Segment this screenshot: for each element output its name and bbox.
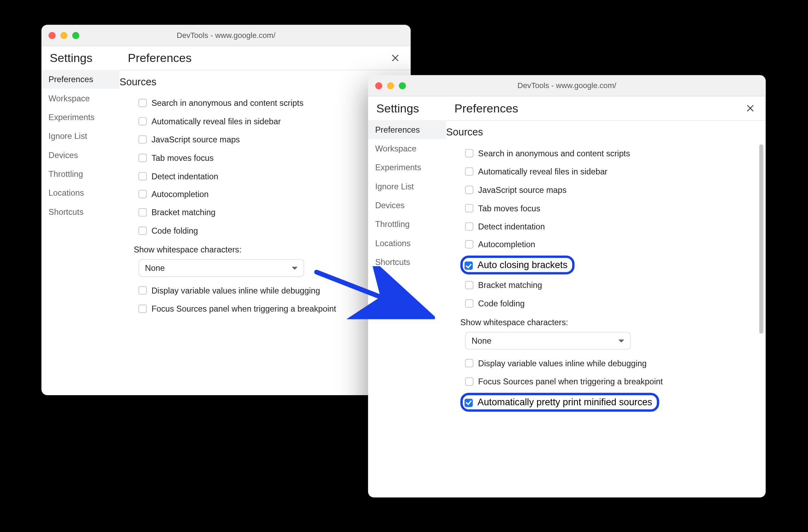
setting-row: Detect indentation (446, 217, 758, 235)
option-label: JavaScript source maps (152, 134, 240, 145)
setting-row: Search in anonymous and content scripts (119, 94, 402, 112)
highlighted-setting: Automatically pretty print minified sour… (460, 393, 659, 412)
option-label: Tab moves focus (478, 203, 541, 214)
sidebar-item-throttling[interactable]: Throttling (41, 164, 119, 183)
whitespace-select[interactable]: None (465, 332, 631, 350)
setting-row: Autocompletion (119, 186, 402, 204)
window-title: DevTools - www.google.com/ (41, 31, 411, 39)
sidebar-item-throttling[interactable]: Throttling (368, 215, 446, 234)
setting-row: Automatically reveal files in sidebar (119, 112, 402, 131)
option-label: Display variable values inline while deb… (478, 358, 647, 369)
option-label: Tab moves focus (152, 152, 214, 164)
close-settings-button[interactable] (388, 51, 403, 65)
close-icon (746, 103, 755, 113)
checkbox[interactable] (139, 99, 147, 107)
checkbox[interactable] (465, 281, 473, 290)
highlighted-setting: Auto closing brackets (460, 256, 575, 275)
checkbox[interactable] (139, 154, 147, 162)
page-title: Preferences (128, 51, 388, 65)
option-label: Automatically reveal files in sidebar (478, 166, 607, 177)
option-label: Display variable values inline while deb… (152, 285, 320, 296)
scrollbar[interactable] (759, 144, 763, 334)
checkbox[interactable] (465, 149, 473, 157)
option-label: Focus Sources panel when triggering a br… (478, 376, 663, 388)
setting-row: Autocompletion (446, 236, 758, 254)
sidebar-item-experiments[interactable]: Experiments (368, 158, 446, 177)
settings-sidebar: PreferencesWorkspaceExperimentsIgnore Li… (41, 70, 119, 395)
sidebar-item-workspace[interactable]: Workspace (41, 89, 119, 108)
checkbox[interactable] (465, 222, 473, 230)
setting-row: Focus Sources panel when triggering a br… (446, 373, 758, 391)
chevron-down-icon (618, 339, 624, 342)
devtools-window-before: DevTools - www.google.com/ Settings Pref… (41, 25, 411, 395)
sidebar-item-experiments[interactable]: Experiments (41, 108, 119, 126)
checkbox[interactable] (139, 287, 147, 295)
setting-row: JavaScript source maps (446, 181, 758, 199)
whitespace-value: None (145, 263, 165, 273)
checkbox[interactable] (139, 190, 147, 198)
setting-row: Tab moves focus (446, 199, 758, 217)
checkbox[interactable] (465, 299, 473, 308)
preferences-content: Sources Search in anonymous and content … (119, 70, 411, 395)
option-label: Bracket matching (478, 280, 542, 291)
option-label: Search in anonymous and content scripts (478, 148, 630, 159)
window-title: DevTools - www.google.com/ (368, 81, 766, 90)
checkbox[interactable] (465, 204, 473, 212)
option-label: Automatically pretty print minified sour… (477, 397, 652, 408)
sidebar-item-preferences[interactable]: Preferences (41, 70, 119, 88)
close-settings-button[interactable] (743, 101, 758, 116)
checkbox[interactable] (139, 117, 147, 125)
annotation-arrow (311, 266, 435, 331)
option-label: Focus Sources panel when triggering a br… (152, 304, 336, 315)
checkbox[interactable] (139, 227, 147, 235)
checkbox[interactable] (465, 167, 473, 176)
titlebar[interactable]: DevTools - www.google.com/ (368, 75, 766, 96)
sidebar-item-preferences[interactable]: Preferences (368, 120, 446, 139)
svg-line-0 (317, 272, 420, 313)
checkbox[interactable] (465, 359, 473, 368)
checkbox[interactable] (139, 172, 147, 180)
option-label: Automatically reveal files in sidebar (152, 116, 281, 127)
checkbox[interactable] (465, 377, 473, 386)
section-title: Sources (119, 76, 402, 88)
checkbox[interactable] (139, 135, 147, 144)
option-label: JavaScript source maps (478, 185, 567, 196)
sidebar-item-devices[interactable]: Devices (41, 146, 119, 164)
checkbox[interactable] (465, 241, 473, 249)
titlebar[interactable]: DevTools - www.google.com/ (41, 25, 411, 46)
sidebar-item-devices[interactable]: Devices (368, 196, 446, 214)
setting-row: Automatically reveal files in sidebar (446, 163, 758, 181)
sidebar-item-locations[interactable]: Locations (368, 234, 446, 252)
option-label: Autocompletion (152, 189, 209, 200)
sidebar-item-locations[interactable]: Locations (41, 183, 119, 202)
option-label: Auto closing brackets (477, 260, 567, 271)
checkbox[interactable] (139, 305, 147, 313)
whitespace-value: None (472, 336, 491, 345)
checkbox[interactable] (465, 399, 473, 407)
close-icon (390, 53, 400, 63)
whitespace-select[interactable]: None (139, 259, 304, 277)
settings-title: Settings (376, 101, 454, 115)
sidebar-item-ignore-list[interactable]: Ignore List (41, 127, 119, 146)
option-label: Bracket matching (152, 207, 216, 218)
checkbox[interactable] (465, 262, 473, 270)
setting-row: Code folding (119, 222, 402, 240)
sidebar-item-shortcuts[interactable]: Shortcuts (41, 202, 119, 221)
setting-row: Code folding (446, 295, 758, 313)
sidebar-item-ignore-list[interactable]: Ignore List (368, 177, 446, 196)
setting-row: JavaScript source maps (119, 131, 402, 149)
setting-row: Tab moves focus (119, 149, 402, 167)
option-label: Detect indentation (478, 221, 545, 232)
section-title: Sources (446, 127, 758, 139)
setting-row: Search in anonymous and content scripts (446, 144, 758, 163)
sidebar-item-workspace[interactable]: Workspace (368, 139, 446, 158)
checkbox[interactable] (465, 186, 473, 194)
option-label: Autocompletion (478, 239, 535, 250)
page-title: Preferences (454, 101, 743, 115)
setting-row: Bracket matching (119, 204, 402, 222)
setting-row: Display variable values inline while deb… (446, 354, 758, 373)
setting-row: Detect indentation (119, 167, 402, 185)
settings-title: Settings (50, 51, 128, 65)
checkbox[interactable] (139, 209, 147, 217)
chevron-down-icon (292, 267, 298, 269)
